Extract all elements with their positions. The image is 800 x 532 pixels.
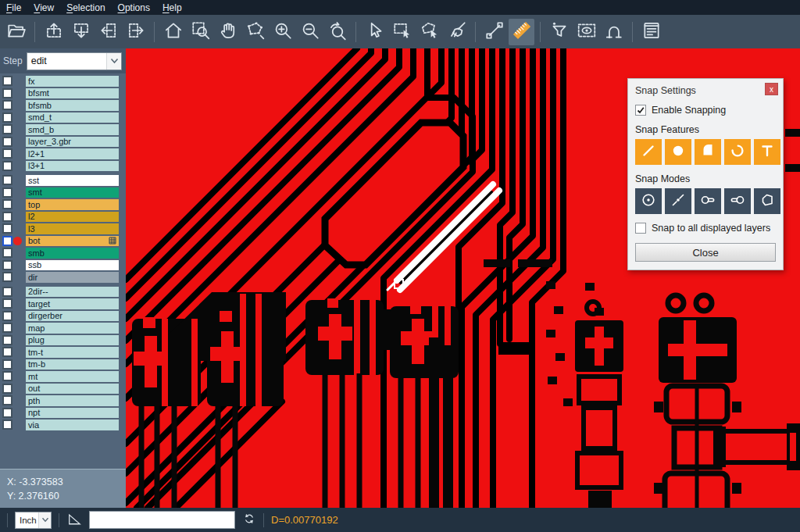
layer-visibility-checkbox[interactable]	[2, 199, 12, 209]
layer-row-2dir--[interactable]: 2dir--	[0, 287, 126, 298]
layer-name[interactable]: l2+1	[26, 148, 119, 159]
layer-visibility-checkbox[interactable]	[2, 223, 12, 234]
view-area-button[interactable]	[573, 19, 599, 45]
layer-name[interactable]: npt	[26, 408, 119, 419]
layer-visibility-checkbox[interactable]	[2, 175, 12, 185]
layer-row-mt[interactable]: mt	[0, 371, 126, 382]
layer-name[interactable]: smd_t	[26, 112, 119, 123]
layer-row-target[interactable]: target	[0, 298, 126, 309]
snap-midpoint-button[interactable]	[665, 188, 691, 214]
layer-visibility-checkbox[interactable]	[2, 335, 12, 345]
layer-visibility-checkbox[interactable]	[2, 408, 12, 418]
zoom-previous-button[interactable]	[324, 19, 350, 45]
snap-all-layers-checkbox[interactable]	[635, 223, 646, 234]
zoom-polygon-button[interactable]	[242, 19, 268, 45]
layer-visibility-checkbox[interactable]	[2, 248, 12, 258]
menu-help[interactable]: Help	[156, 0, 188, 15]
unit-select[interactable]: Inch	[15, 512, 52, 529]
layer-row-l3+1[interactable]: l3+1	[0, 161, 126, 172]
sync-icon[interactable]	[242, 512, 256, 528]
step-select[interactable]: edit	[27, 52, 122, 70]
layer-visibility-checkbox[interactable]	[2, 161, 12, 171]
layer-row-bot[interactable]: bot	[0, 236, 126, 247]
layer-name[interactable]: fx	[26, 76, 119, 87]
layer-row-dir[interactable]: dir	[0, 272, 126, 283]
snap-key-right-button[interactable]	[724, 188, 751, 214]
zoom-in-button[interactable]	[270, 19, 295, 45]
layer-name[interactable]: mt	[26, 371, 119, 382]
layer-name[interactable]: bfsmb	[26, 100, 119, 111]
snap-line-button[interactable]	[635, 139, 662, 165]
snap-center-button[interactable]	[635, 188, 662, 214]
layer-visibility-checkbox[interactable]	[2, 236, 12, 246]
layer-visibility-checkbox[interactable]	[2, 384, 12, 394]
layer-visibility-checkbox[interactable]	[2, 371, 12, 381]
layer-row-via[interactable]: via	[0, 420, 126, 430]
layer-visibility-checkbox[interactable]	[2, 323, 12, 333]
pcb-canvas[interactable]: Snap Settings x Enable Snapping Snap Fea…	[126, 48, 800, 508]
layer-row-bfsmt[interactable]: bfsmt	[0, 88, 126, 99]
snap-circle-button[interactable]	[665, 139, 691, 165]
layer-name[interactable]: smb	[26, 248, 119, 259]
move-up-button[interactable]	[41, 19, 66, 45]
layer-name[interactable]: tm-b	[26, 359, 119, 370]
layer-row-out[interactable]: out	[0, 384, 126, 395]
menu-view[interactable]: View	[27, 0, 60, 15]
layer-row-tm-b[interactable]: tm-b	[0, 359, 126, 370]
command-input[interactable]	[89, 511, 235, 529]
pan-hand-button[interactable]	[215, 19, 241, 45]
select-cursor-button[interactable]	[362, 19, 388, 45]
enable-snapping-checkbox[interactable]	[635, 105, 646, 116]
snap-key-left-button[interactable]	[695, 188, 721, 214]
layer-name[interactable]: out	[26, 384, 119, 395]
layer-row-smd_b[interactable]: smd_b	[0, 124, 126, 135]
menu-options[interactable]: Options	[112, 0, 156, 15]
layer-row-plug[interactable]: plug	[0, 335, 126, 346]
layer-name[interactable]: l3+1	[26, 161, 119, 172]
layer-name[interactable]: tm-t	[26, 347, 119, 358]
layer-name[interactable]: l3	[26, 223, 119, 234]
layer-row-smt[interactable]: smt	[0, 187, 126, 198]
zoom-window-button[interactable]	[188, 19, 213, 45]
select-rect-button[interactable]	[389, 19, 415, 45]
layer-row-npt[interactable]: npt	[0, 408, 126, 419]
layer-visibility-checkbox[interactable]	[2, 148, 12, 159]
menu-selection[interactable]: Selection	[60, 0, 111, 15]
layer-visibility-checkbox[interactable]	[2, 100, 12, 110]
layer-visibility-checkbox[interactable]	[2, 112, 12, 123]
menu-file[interactable]: File	[0, 0, 27, 15]
measure-line-button[interactable]	[481, 19, 507, 45]
layer-name[interactable]: bfsmt	[26, 88, 119, 99]
layer-name[interactable]: bot	[26, 236, 119, 247]
layer-name[interactable]: smd_b	[26, 124, 119, 135]
layer-visibility-checkbox[interactable]	[2, 311, 12, 321]
layer-name[interactable]: layer_3.gbr	[26, 137, 119, 148]
layer-visibility-checkbox[interactable]	[2, 212, 12, 222]
snap-text-button[interactable]	[754, 139, 780, 165]
net-trace-button[interactable]	[601, 19, 627, 45]
layer-visibility-checkbox[interactable]	[2, 359, 12, 370]
filter-button[interactable]	[546, 19, 572, 45]
snap-pad-button[interactable]	[695, 139, 721, 165]
layer-visibility-checkbox[interactable]	[2, 420, 12, 430]
clear-brush-button[interactable]	[444, 19, 470, 45]
layer-row-bfsmb[interactable]: bfsmb	[0, 100, 126, 111]
layer-row-layer_3.gbr[interactable]: layer_3.gbr	[0, 137, 126, 148]
layer-row-l3[interactable]: l3	[0, 223, 126, 234]
open-folder-button[interactable]	[3, 19, 29, 45]
layer-row-dirgerber[interactable]: dirgerber	[0, 311, 126, 322]
move-left-button[interactable]	[95, 19, 121, 45]
layer-row-sst[interactable]: sst	[0, 175, 126, 186]
move-down-button[interactable]	[68, 19, 94, 45]
layer-visibility-checkbox[interactable]	[2, 187, 12, 198]
layer-visibility-checkbox[interactable]	[2, 76, 12, 86]
snap-arc-button[interactable]	[724, 139, 751, 165]
layer-row-fx[interactable]: fx	[0, 76, 126, 87]
layer-name[interactable]: via	[26, 420, 119, 430]
layer-visibility-checkbox[interactable]	[2, 124, 12, 134]
layer-name[interactable]: plug	[26, 335, 119, 346]
layer-name[interactable]: dirgerber	[26, 311, 119, 322]
measure-ruler-button[interactable]	[509, 19, 534, 45]
layer-row-l2[interactable]: l2	[0, 212, 126, 223]
layer-row-map[interactable]: map	[0, 323, 126, 334]
